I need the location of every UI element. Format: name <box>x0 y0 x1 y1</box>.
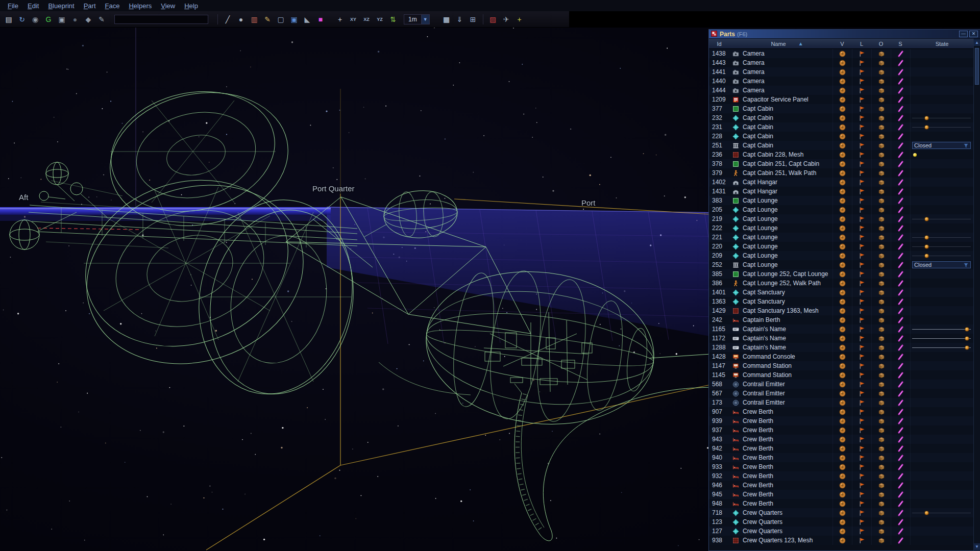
object-box-icon[interactable] <box>871 168 891 178</box>
object-box-icon[interactable] <box>871 334 891 343</box>
select-slash-icon[interactable] <box>891 58 910 67</box>
part-row[interactable]: 377Capt Cabin <box>709 104 980 113</box>
state-slider[interactable] <box>912 345 971 350</box>
object-box-icon[interactable] <box>871 315 891 324</box>
lock-flag-icon[interactable] <box>852 260 871 269</box>
part-row[interactable]: 939Crew Berth <box>709 416 980 425</box>
object-box-icon[interactable] <box>871 435 891 444</box>
gizmo-axes-icon[interactable]: + <box>513 13 526 26</box>
visibility-toggle-icon[interactable] <box>832 159 852 168</box>
select-slash-icon[interactable] <box>891 370 910 380</box>
object-box-icon[interactable] <box>871 398 891 407</box>
sort-arrow-icon[interactable]: ▲ <box>798 41 803 46</box>
select-slash-icon[interactable] <box>891 407 910 416</box>
lock-flag-icon[interactable] <box>852 370 871 380</box>
object-box-icon[interactable] <box>871 214 891 223</box>
object-box-icon[interactable] <box>871 132 891 141</box>
part-row[interactable]: 1444Camera <box>709 86 980 95</box>
part-row[interactable]: 942Crew Berth <box>709 444 980 453</box>
object-box-icon[interactable] <box>871 178 891 187</box>
part-row[interactable]: 1209Capacitor Service Panel <box>709 95 980 104</box>
part-row[interactable]: 173Contrail Emitter <box>709 398 980 407</box>
lock-flag-icon[interactable] <box>852 306 871 315</box>
select-slash-icon[interactable] <box>891 453 910 462</box>
visibility-toggle-icon[interactable] <box>832 86 852 95</box>
object-box-icon[interactable] <box>871 407 891 416</box>
part-row[interactable]: 948Crew Berth <box>709 499 980 508</box>
lock-flag-icon[interactable] <box>852 205 871 214</box>
part-row[interactable]: 1440Camera <box>709 77 980 86</box>
menu-helpers[interactable]: Helpers <box>124 1 156 11</box>
visibility-toggle-icon[interactable] <box>832 260 852 269</box>
part-row[interactable]: 938Crew Quarters 123, Mesh <box>709 536 980 545</box>
visibility-toggle-icon[interactable] <box>832 269 852 279</box>
visibility-toggle-icon[interactable] <box>832 288 852 297</box>
menu-help[interactable]: Help <box>180 1 203 11</box>
select-slash-icon[interactable] <box>891 223 910 233</box>
lock-flag-icon[interactable] <box>852 527 871 536</box>
visibility-toggle-icon[interactable] <box>832 132 852 141</box>
lock-flag-icon[interactable] <box>852 77 871 86</box>
lock-flag-icon[interactable] <box>852 380 871 389</box>
select-slash-icon[interactable] <box>891 499 910 508</box>
slider-knob[interactable] <box>924 116 929 120</box>
select-slash-icon[interactable] <box>891 95 910 104</box>
visibility-toggle-icon[interactable] <box>832 425 852 435</box>
axis-xy-icon[interactable]: XY <box>347 13 359 26</box>
slider-knob[interactable] <box>965 327 969 332</box>
part-row[interactable]: 1363Capt Sanctuary <box>709 297 980 306</box>
scroll-up-icon[interactable]: ▲ <box>974 39 980 46</box>
record-icon[interactable]: ◉ <box>29 13 41 26</box>
visibility-toggle-icon[interactable] <box>832 178 852 187</box>
object-box-icon[interactable] <box>871 361 891 370</box>
select-slash-icon[interactable] <box>891 324 910 334</box>
pencil-tool-icon[interactable]: ✎ <box>261 13 274 26</box>
state-slider[interactable] <box>912 115 971 121</box>
visibility-toggle-icon[interactable] <box>832 150 852 159</box>
lock-flag-icon[interactable] <box>852 251 871 260</box>
select-slash-icon[interactable] <box>891 481 910 490</box>
visibility-toggle-icon[interactable] <box>832 49 852 58</box>
visibility-toggle-icon[interactable] <box>832 279 852 288</box>
visibility-toggle-icon[interactable] <box>832 508 852 517</box>
part-row[interactable]: 945Crew Berth <box>709 490 980 499</box>
select-slash-icon[interactable] <box>891 343 910 352</box>
slider-knob[interactable] <box>965 336 969 341</box>
part-row[interactable]: 718Crew Quarters <box>709 508 980 517</box>
slider-knob[interactable] <box>924 254 929 258</box>
object-box-icon[interactable] <box>871 67 891 77</box>
lock-flag-icon[interactable] <box>852 214 871 223</box>
select-slash-icon[interactable] <box>891 269 910 279</box>
lock-flag-icon[interactable] <box>852 324 871 334</box>
object-box-icon[interactable] <box>871 370 891 380</box>
column-header-state[interactable]: State <box>910 41 974 47</box>
select-slash-icon[interactable] <box>891 517 910 527</box>
select-slash-icon[interactable] <box>891 77 910 86</box>
object-box-icon[interactable] <box>871 150 891 159</box>
parts-scrollbar[interactable]: ▲ ▼ <box>973 39 980 550</box>
axis-yz-icon[interactable]: YZ <box>374 13 386 26</box>
state-slider[interactable] <box>912 336 971 341</box>
select-slash-icon[interactable] <box>891 242 910 251</box>
part-row[interactable]: 946Crew Berth <box>709 481 980 490</box>
sort-order-icon[interactable]: ⇅ <box>387 13 399 26</box>
object-box-icon[interactable] <box>871 113 891 122</box>
select-slash-icon[interactable] <box>891 334 910 343</box>
close-button[interactable]: ✕ <box>969 31 978 37</box>
select-slash-icon[interactable] <box>891 416 910 425</box>
object-box-icon[interactable] <box>871 306 891 315</box>
column-header-object[interactable]: O <box>871 41 891 47</box>
select-slash-icon[interactable] <box>891 471 910 481</box>
slider-knob[interactable] <box>924 235 929 240</box>
lock-flag-icon[interactable] <box>852 398 871 407</box>
lock-flag-icon[interactable] <box>852 517 871 527</box>
lock-flag-icon[interactable] <box>852 132 871 141</box>
object-box-icon[interactable] <box>871 233 891 242</box>
object-box-icon[interactable] <box>871 58 891 67</box>
part-row[interactable]: 222Capt Lounge <box>709 223 980 233</box>
mirror-cubes-icon[interactable]: ▣ <box>288 13 300 26</box>
part-row[interactable]: 568Contrail Emitter <box>709 380 980 389</box>
menu-edit[interactable]: Edit <box>23 1 43 11</box>
state-slider[interactable] <box>912 253 971 259</box>
paint-mode-icon[interactable]: ✎ <box>95 13 108 26</box>
